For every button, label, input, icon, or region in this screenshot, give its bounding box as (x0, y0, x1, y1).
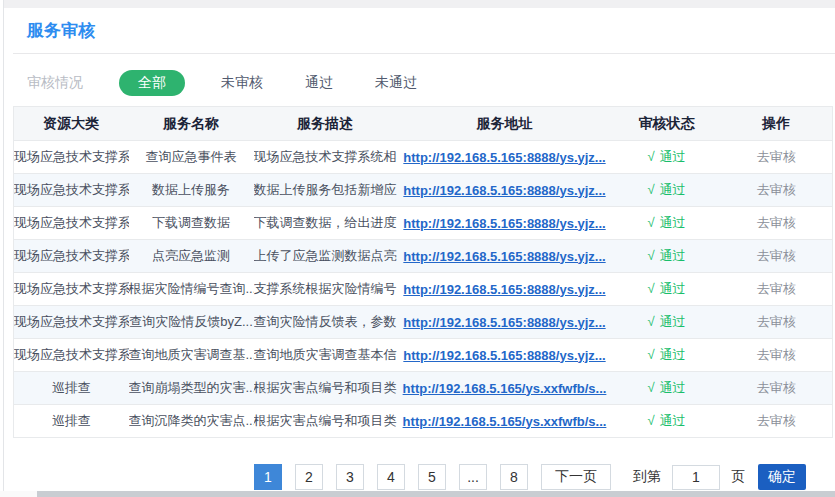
cell-review-status: √通过 (613, 372, 721, 405)
page-ellipsis-button[interactable]: ... (459, 464, 487, 490)
table-row: 现场应急技术支撑系统 查询灾险情反馈byZ... 查询灾险情反馈表，参数... … (14, 306, 833, 339)
go-review-link[interactable]: 去审核 (757, 347, 796, 362)
table-header-row: 资源大类 服务名称 服务描述 服务地址 审核状态 操作 (14, 107, 833, 141)
cell-operation: 去审核 (721, 273, 833, 306)
service-url-link[interactable]: http://192.168.5.165:8888/ys.yjz... (403, 348, 605, 363)
cell-review-status: √通过 (613, 240, 721, 273)
cell-service-description: 下载调查数据，给出进度... (254, 207, 397, 240)
cell-review-status: √通过 (613, 405, 721, 438)
cell-resource-category: 现场应急技术支撑系统 (14, 141, 129, 174)
horizontal-scrollbar[interactable] (0, 491, 835, 497)
cell-service-name: 根据灾险情编号查询... (129, 273, 254, 306)
status-text: 通过 (660, 380, 686, 395)
table-row: 现场应急技术支撑系统 查询应急事件表 现场应急技术支撑系统相... http:/… (14, 141, 833, 174)
cell-operation: 去审核 (721, 240, 833, 273)
cell-review-status: √通过 (613, 339, 721, 372)
cell-review-status: √通过 (613, 174, 721, 207)
column-header-service-description: 服务描述 (254, 107, 397, 141)
page-button-8[interactable]: 8 (500, 464, 528, 490)
confirm-button[interactable]: 确定 (758, 464, 806, 490)
cell-service-name: 查询崩塌类型的灾害... (129, 372, 254, 405)
go-review-link[interactable]: 去审核 (757, 413, 796, 428)
cell-service-description: 现场应急技术支撑系统相... (254, 141, 397, 174)
cell-service-url: http://192.168.5.165/ys.xxfwfb/s... (397, 372, 613, 405)
tab-passed[interactable]: 通过 (299, 70, 339, 96)
table-row: 巡排查 查询崩塌类型的灾害... 根据灾害点编号和项目类... http://1… (14, 372, 833, 405)
service-url-link[interactable]: http://192.168.5.165:8888/ys.yjz... (403, 216, 605, 231)
go-review-link[interactable]: 去审核 (757, 182, 796, 197)
cell-service-url: http://192.168.5.165:8888/ys.yjz... (397, 273, 613, 306)
page-button-5[interactable]: 5 (418, 464, 446, 490)
horizontal-scrollbar-thumb[interactable] (37, 491, 835, 497)
check-mark-icon: √ (647, 380, 654, 395)
cell-service-name: 数据上传服务 (129, 174, 254, 207)
cell-service-description: 数据上传服务包括新增应... (254, 174, 397, 207)
check-mark-icon: √ (647, 347, 654, 362)
cell-service-description: 根据灾害点编号和项目类... (254, 372, 397, 405)
cell-operation: 去审核 (721, 372, 833, 405)
service-url-link[interactable]: http://192.168.5.165:8888/ys.yjz... (403, 150, 605, 165)
table-row: 现场应急技术支撑系统 查询地质灾害调查基... 查询地质灾害调查基本信... h… (14, 339, 833, 372)
service-url-link[interactable]: http://192.168.5.165/ys.xxfwfb/s... (403, 414, 607, 429)
check-mark-icon: √ (647, 149, 654, 164)
go-review-link[interactable]: 去审核 (757, 314, 796, 329)
cell-review-status: √通过 (613, 207, 721, 240)
pagination: 12345...8 下一页 到第 页 确定 (254, 464, 835, 490)
tab-failed[interactable]: 未通过 (369, 70, 423, 96)
service-url-link[interactable]: http://192.168.5.165:8888/ys.yjz... (403, 282, 605, 297)
goto-page-suffix: 页 (731, 468, 745, 486)
cell-service-name: 点亮应急监测 (129, 240, 254, 273)
go-review-link[interactable]: 去审核 (757, 215, 796, 230)
status-text: 通过 (660, 182, 686, 197)
cell-operation: 去审核 (721, 405, 833, 438)
cell-resource-category: 现场应急技术支撑系统 (14, 240, 129, 273)
page-button-1[interactable]: 1 (254, 464, 282, 490)
status-text: 通过 (660, 281, 686, 296)
column-header-resource-category: 资源大类 (14, 107, 129, 141)
go-review-link[interactable]: 去审核 (757, 380, 796, 395)
check-mark-icon: √ (647, 248, 654, 263)
go-review-link[interactable]: 去审核 (757, 149, 796, 164)
service-url-link[interactable]: http://192.168.5.165:8888/ys.yjz... (403, 315, 605, 330)
page-button-4[interactable]: 4 (377, 464, 405, 490)
cell-operation: 去审核 (721, 339, 833, 372)
column-header-operation: 操作 (721, 107, 833, 141)
status-text: 通过 (660, 347, 686, 362)
service-url-link[interactable]: http://192.168.5.165:8888/ys.yjz... (403, 249, 605, 264)
column-header-service-name: 服务名称 (129, 107, 254, 141)
tab-unreviewed[interactable]: 未审核 (215, 70, 269, 96)
cell-resource-category: 现场应急技术支撑系统 (14, 339, 129, 372)
goto-page-input[interactable] (672, 465, 720, 490)
cell-operation: 去审核 (721, 141, 833, 174)
status-text: 通过 (660, 413, 686, 428)
cell-review-status: √通过 (613, 273, 721, 306)
service-url-link[interactable]: http://192.168.5.165:8888/ys.yjz... (403, 183, 605, 198)
pagination-pages: 12345...8 (254, 464, 541, 490)
cell-review-status: √通过 (613, 141, 721, 174)
table-row: 现场应急技术支撑系统 点亮应急监测 上传了应急监测数据点亮... http://… (14, 240, 833, 273)
cell-operation: 去审核 (721, 306, 833, 339)
cell-resource-category: 现场应急技术支撑系统 (14, 174, 129, 207)
cell-resource-category: 巡排查 (14, 405, 129, 438)
go-review-link[interactable]: 去审核 (757, 281, 796, 296)
cell-resource-category: 现场应急技术支撑系统 (14, 306, 129, 339)
page-button-3[interactable]: 3 (336, 464, 364, 490)
check-mark-icon: √ (647, 215, 654, 230)
page-title: 服务审核 (27, 19, 835, 42)
cell-service-description: 支撑系统根据灾险情编号... (254, 273, 397, 306)
cell-service-name: 查询沉降类的灾害点... (129, 405, 254, 438)
service-url-link[interactable]: http://192.168.5.165/ys.xxfwfb/s... (403, 381, 607, 396)
cell-service-description: 根据灾害点编号和项目类... (254, 405, 397, 438)
tab-all[interactable]: 全部 (119, 70, 185, 96)
next-page-button[interactable]: 下一页 (541, 464, 611, 490)
column-header-service-url: 服务地址 (397, 107, 613, 141)
cell-review-status: √通过 (613, 306, 721, 339)
page-button-2[interactable]: 2 (295, 464, 323, 490)
cell-operation: 去审核 (721, 207, 833, 240)
cell-service-description: 查询地质灾害调查基本信... (254, 339, 397, 372)
cell-operation: 去审核 (721, 174, 833, 207)
cell-service-name: 查询应急事件表 (129, 141, 254, 174)
go-review-link[interactable]: 去审核 (757, 248, 796, 263)
cell-resource-category: 巡排查 (14, 372, 129, 405)
service-review-panel: 服务审核 审核情况 全部 未审核 通过 未通过 资源大类 服务名称 服务描述 服… (4, 8, 835, 491)
